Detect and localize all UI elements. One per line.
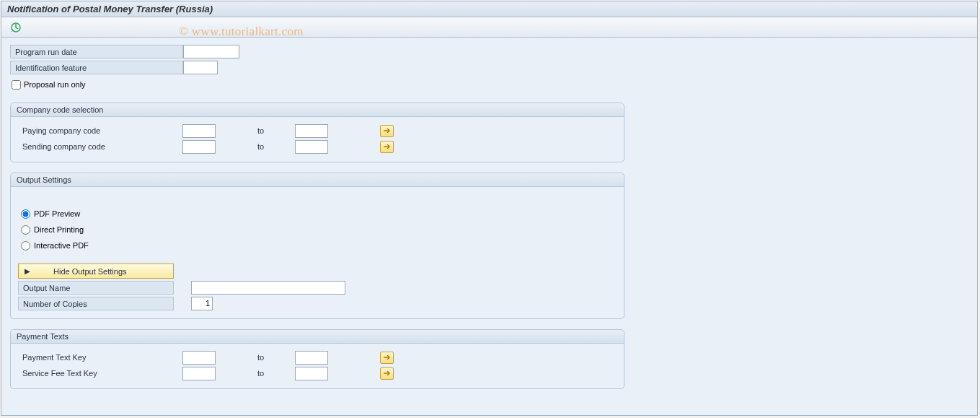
execute-icon — [10, 22, 22, 33]
label-direct-printing: Direct Printing — [34, 225, 84, 234]
label-to: to — [216, 126, 295, 135]
row-identification-feature: Identification feature — [10, 59, 968, 75]
row-number-of-copies: Number of Copies — [18, 295, 617, 311]
label-interactive-pdf: Interactive PDF — [34, 241, 89, 250]
label-output-name: Output Name — [18, 281, 174, 295]
multi-select-paying[interactable] — [380, 125, 394, 137]
row-proposal-run: Proposal run only — [10, 77, 968, 92]
label-proposal-run: Proposal run only — [24, 80, 86, 89]
multi-select-payment[interactable] — [380, 352, 394, 364]
label-identification-feature: Identification feature — [10, 61, 183, 74]
radio-direct-printing[interactable] — [21, 225, 30, 235]
row-service-fee-key: Service Fee Text Key to — [18, 365, 617, 381]
row-sending-company: Sending company code to — [18, 139, 617, 154]
group-company-code: Company code selection Paying company co… — [10, 103, 624, 162]
group-title-payment: Payment Texts — [11, 330, 624, 344]
group-payment-texts: Payment Texts Payment Text Key to Servic… — [10, 329, 624, 389]
row-paying-company: Paying company code to — [18, 123, 617, 139]
input-payment-to[interactable] — [295, 351, 328, 365]
multi-select-sending[interactable] — [380, 141, 394, 153]
execute-button[interactable] — [9, 20, 23, 35]
label-program-run-date: Program run date — [10, 45, 183, 58]
app-toolbar — [1, 17, 977, 38]
input-paying-from[interactable] — [182, 124, 216, 138]
input-program-run-date[interactable] — [183, 45, 239, 58]
radio-interactive-pdf[interactable] — [21, 241, 30, 251]
label-service-fee: Service Fee Text Key — [18, 367, 182, 380]
input-identification-feature[interactable] — [183, 61, 218, 74]
input-payment-from[interactable] — [182, 351, 216, 365]
label-to: to — [216, 353, 295, 362]
content-area: Program run date Identification feature … — [1, 38, 977, 395]
hide-output-settings-label: Hide Output Settings — [53, 267, 127, 276]
row-interactive-pdf: Interactive PDF — [21, 238, 617, 253]
row-payment-text-key: Payment Text Key to — [18, 349, 617, 365]
row-pdf-preview: PDF Preview — [21, 206, 617, 222]
arrow-right-icon — [383, 143, 392, 150]
window-title: Notification of Postal Money Transfer (R… — [7, 4, 213, 14]
row-direct-printing: Direct Printing — [21, 222, 617, 238]
group-title-company: Company code selection — [11, 103, 624, 117]
label-paying-company: Paying company code — [18, 124, 182, 138]
label-pdf-preview: PDF Preview — [34, 209, 80, 218]
input-sending-from[interactable] — [182, 140, 216, 154]
input-sending-to[interactable] — [295, 140, 328, 154]
hide-output-settings-button[interactable]: ▶ Hide Output Settings — [18, 264, 174, 279]
label-to: to — [216, 369, 295, 378]
arrow-right-icon — [383, 127, 392, 134]
window-title-bar: Notification of Postal Money Transfer (R… — [1, 1, 977, 17]
app-frame: Notification of Postal Money Transfer (R… — [1, 1, 978, 416]
input-service-from[interactable] — [182, 367, 216, 380]
label-payment-key: Payment Text Key — [18, 351, 182, 365]
input-service-to[interactable] — [295, 367, 328, 380]
label-copies: Number of Copies — [18, 297, 174, 310]
radio-pdf-preview[interactable] — [21, 209, 30, 219]
group-title-output: Output Settings — [11, 173, 624, 187]
checkbox-proposal-run[interactable] — [12, 80, 21, 90]
label-to: to — [216, 142, 295, 151]
input-output-name[interactable] — [191, 281, 345, 295]
row-output-name: Output Name — [18, 279, 617, 295]
multi-select-service[interactable] — [380, 367, 394, 380]
input-copies[interactable] — [191, 297, 213, 310]
row-program-run-date: Program run date — [10, 43, 968, 59]
input-paying-to[interactable] — [295, 124, 328, 138]
triangle-right-icon: ▶ — [25, 267, 30, 275]
group-output-settings: Output Settings PDF Preview Direct Print… — [10, 173, 624, 319]
arrow-right-icon — [383, 370, 392, 377]
label-sending-company: Sending company code — [18, 140, 182, 154]
arrow-right-icon — [383, 354, 392, 361]
